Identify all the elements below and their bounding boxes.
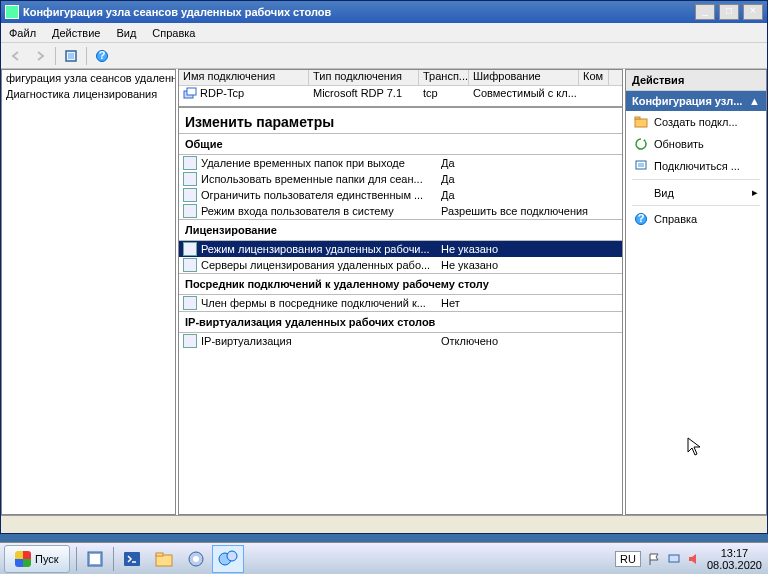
conn-name: RDP-Tcp: [200, 87, 244, 101]
menu-action[interactable]: Действие: [44, 24, 108, 42]
action-label: Подключиться ...: [654, 160, 740, 172]
conn-transport: tcp: [419, 87, 469, 101]
tray-network-icon[interactable]: [667, 552, 681, 566]
action-help[interactable]: ?Справка: [626, 208, 766, 230]
conn-type: Microsoft RDP 7.1: [309, 87, 419, 101]
col-comment[interactable]: Ком: [579, 70, 609, 85]
prop-row[interactable]: IP-виртуализацияОтключено: [179, 333, 622, 349]
col-encryption[interactable]: Шифрование: [469, 70, 579, 85]
svg-rect-21: [669, 555, 679, 562]
connection-icon: [183, 87, 197, 101]
svg-rect-1: [68, 53, 74, 59]
prop-row-selected[interactable]: Режим лицензирования удаленных рабочи...…: [179, 241, 622, 257]
maximize-button[interactable]: □: [719, 4, 739, 20]
prop-row[interactable]: Удаление временных папок при выходеДа: [179, 155, 622, 171]
taskbar-server-manager[interactable]: [79, 545, 111, 573]
svg-point-20: [227, 551, 237, 561]
menu-file[interactable]: Файл: [1, 24, 44, 42]
create-icon: [634, 115, 648, 129]
group-ipvirt: IP-виртуализация удаленных рабочих столо…: [179, 311, 622, 333]
content-pane: Имя подключения Тип подключения Трансп..…: [178, 69, 623, 515]
svg-rect-16: [156, 553, 163, 556]
taskbar-rdservices[interactable]: [180, 545, 212, 573]
clock[interactable]: 13:1708.03.2020: [707, 547, 762, 571]
system-tray: RU 13:1708.03.2020: [609, 547, 768, 571]
svg-text:?: ?: [99, 49, 106, 61]
start-label: Пуск: [35, 553, 59, 565]
sheet-icon: [183, 156, 197, 170]
minimize-button[interactable]: _: [695, 4, 715, 20]
statusbar: [1, 515, 767, 533]
sheet-icon: [183, 204, 197, 218]
start-button[interactable]: Пуск: [4, 545, 70, 573]
window-title: Конфигурация узла сеансов удаленных рабо…: [23, 6, 691, 18]
action-label: Обновить: [654, 138, 704, 150]
help-icon: ?: [634, 212, 648, 226]
action-create-connection[interactable]: Создать подкл...: [626, 111, 766, 133]
svg-rect-9: [638, 163, 644, 167]
clock-time: 13:17: [707, 547, 762, 559]
titlebar: Конфигурация узла сеансов удаленных рабо…: [1, 1, 767, 23]
prop-row[interactable]: Член фермы в посреднике подключений к...…: [179, 295, 622, 311]
sheet-icon: [183, 172, 197, 186]
action-separator: [632, 179, 760, 180]
app-icon: [5, 5, 19, 19]
action-label: Справка: [654, 213, 697, 225]
svg-rect-15: [156, 555, 172, 566]
collapse-icon[interactable]: ▲: [749, 95, 760, 107]
connection-row[interactable]: RDP-Tcp Microsoft RDP 7.1 tcp Совместимы…: [179, 86, 622, 102]
tray-sound-icon[interactable]: [687, 552, 701, 566]
detail-area: Изменить параметры Общие Удаление времен…: [179, 106, 622, 514]
close-button[interactable]: ×: [743, 4, 763, 20]
svg-rect-13: [90, 554, 100, 564]
windows-logo-icon: [15, 551, 31, 567]
actions-pane: Действия Конфигурация узл...▲ Создать по…: [625, 69, 767, 515]
taskbar-rdconfig[interactable]: [212, 545, 244, 573]
language-indicator[interactable]: RU: [615, 551, 641, 567]
menu-view[interactable]: Вид: [108, 24, 144, 42]
group-general: Общие: [179, 133, 622, 155]
group-licensing: Лицензирование: [179, 219, 622, 241]
col-type[interactable]: Тип подключения: [309, 70, 419, 85]
refresh-icon: [634, 137, 648, 151]
tree-item-licensing[interactable]: Диагностика лицензирования: [2, 86, 175, 102]
action-label: Вид: [654, 187, 674, 199]
group-broker: Посредник подключений к удаленному рабоч…: [179, 273, 622, 295]
action-view[interactable]: Вид▸: [626, 182, 766, 203]
sheet-icon: [183, 296, 197, 310]
body: фигурация узла сеансов удаленных Диагнос…: [1, 69, 767, 515]
section-title: Изменить параметры: [179, 108, 622, 133]
prop-row[interactable]: Серверы лицензирования удаленных рабо...…: [179, 257, 622, 273]
taskbar-separator: [113, 547, 114, 571]
tray-flag-icon[interactable]: [647, 552, 661, 566]
tree-item-config[interactable]: фигурация узла сеансов удаленных: [2, 70, 175, 86]
actions-context: Конфигурация узл...▲: [626, 91, 766, 111]
taskbar: Пуск RU 13:1708.03.2020: [0, 542, 768, 574]
chevron-right-icon: ▸: [752, 186, 758, 199]
refresh-button[interactable]: [60, 46, 82, 66]
prop-row[interactable]: Использовать временные папки для сеан...…: [179, 171, 622, 187]
action-refresh[interactable]: Обновить: [626, 133, 766, 155]
forward-button: [29, 46, 51, 66]
toolbar-separator: [55, 47, 56, 65]
taskbar-separator: [76, 547, 77, 571]
prop-row[interactable]: Режим входа пользователя в системуРазреш…: [179, 203, 622, 219]
connect-icon: [634, 159, 648, 173]
svg-rect-6: [635, 119, 647, 127]
menu-help[interactable]: Справка: [144, 24, 203, 42]
sheet-icon: [183, 242, 197, 256]
actions-context-label: Конфигурация узл...: [632, 95, 742, 107]
col-name[interactable]: Имя подключения: [179, 70, 309, 85]
prop-row[interactable]: Ограничить пользователя единственным ...…: [179, 187, 622, 203]
action-label: Создать подкл...: [654, 116, 738, 128]
col-transport[interactable]: Трансп...: [419, 70, 469, 85]
taskbar-explorer[interactable]: [148, 545, 180, 573]
taskbar-powershell[interactable]: [116, 545, 148, 573]
svg-text:?: ?: [638, 212, 645, 224]
help-button[interactable]: ?: [91, 46, 113, 66]
menubar: Файл Действие Вид Справка: [1, 23, 767, 43]
sheet-icon: [183, 188, 197, 202]
action-connect[interactable]: Подключиться ...: [626, 155, 766, 177]
tree-pane[interactable]: фигурация узла сеансов удаленных Диагнос…: [1, 69, 176, 515]
toolbar-separator: [86, 47, 87, 65]
